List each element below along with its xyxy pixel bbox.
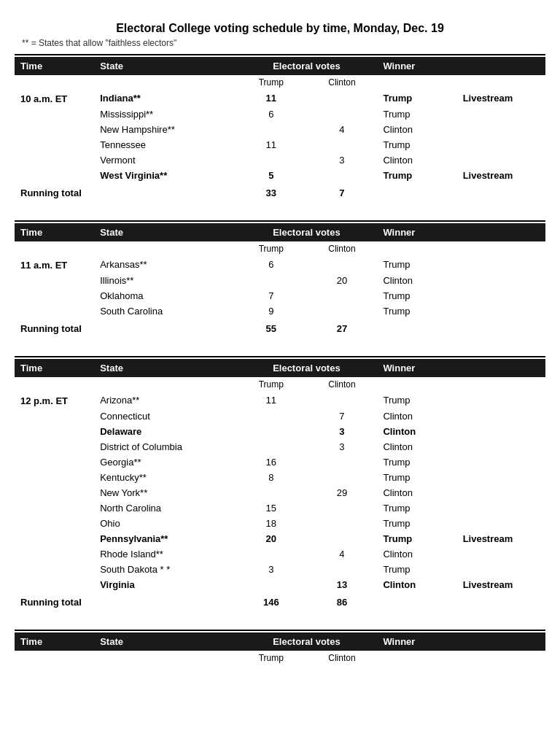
- cell-winner: Trump: [377, 500, 456, 516]
- cell-livestream: [457, 107, 545, 122]
- cell-trump-votes: 7: [236, 288, 306, 303]
- cell-trump-votes: [236, 273, 306, 288]
- cell-clinton-votes: 29: [306, 485, 377, 500]
- cell-clinton-votes: [306, 454, 377, 470]
- cell-livestream: [457, 562, 545, 577]
- cell-state: Connecticut: [94, 409, 236, 424]
- cell-state: South Dakota * *: [94, 562, 236, 577]
- col-header-state: State: [94, 57, 236, 75]
- cell-livestream: [457, 152, 545, 168]
- table-row: Kentucky**8Trump: [15, 470, 545, 485]
- cell-time: [15, 470, 94, 485]
- cell-trump-votes: 15: [236, 500, 306, 516]
- table-header-row: TimeStateElectoral votesWinner: [15, 223, 545, 241]
- cell-livestream: [457, 288, 545, 303]
- table-row: Connecticut7Clinton: [15, 409, 545, 424]
- table-header-row: TimeStateElectoral votesWinner: [15, 359, 545, 377]
- cell-time: [15, 454, 94, 470]
- cell-trump-votes: [236, 122, 306, 137]
- cell-time: [15, 516, 94, 531]
- cell-time: [15, 137, 94, 152]
- col-header-electoral: Electoral votes: [236, 632, 377, 651]
- cell-trump-votes: 11: [236, 90, 306, 107]
- subheader-row: TrumpClinton: [15, 651, 545, 665]
- table-row: Georgia**16Trump: [15, 454, 545, 470]
- cell-state: Illinois**: [94, 273, 236, 288]
- table-row: Mississippi**6Trump: [15, 107, 545, 122]
- table-row: Tennessee11Trump: [15, 137, 545, 152]
- table-row: Virginia13ClintonLivestream: [15, 577, 545, 592]
- cell-winner: Trump: [377, 107, 456, 122]
- section-section-12pm: TimeStateElectoral votesWinnerTrumpClint…: [15, 356, 545, 612]
- col-header-state: State: [94, 223, 236, 241]
- cell-state: Kentucky**: [94, 470, 236, 485]
- cell-time: [15, 577, 94, 592]
- col-header-time: Time: [15, 223, 94, 241]
- cell-time: [15, 485, 94, 500]
- col-header-electoral: Electoral votes: [236, 223, 377, 241]
- cell-trump-votes: 9: [236, 303, 306, 319]
- section-section-10am: TimeStateElectoral votesWinnerTrumpClint…: [15, 54, 545, 203]
- cell-clinton-votes: [306, 531, 377, 546]
- cell-time: [15, 288, 94, 303]
- cell-winner: Trump: [377, 516, 456, 531]
- cell-livestream: Livestream: [457, 577, 545, 592]
- cell-livestream: Livestream: [457, 168, 545, 183]
- cell-livestream: [457, 500, 545, 516]
- page-subtitle: ** = States that allow "faithless electo…: [15, 38, 545, 48]
- cell-trump-votes: 3: [236, 562, 306, 577]
- subheader-row: TrumpClinton: [15, 377, 545, 392]
- cell-livestream: Livestream: [457, 531, 545, 546]
- cell-winner: Clinton: [377, 409, 456, 424]
- subheader-trump: Trump: [236, 651, 306, 665]
- cell-clinton-votes: [306, 256, 377, 273]
- table-row: 10 a.m. ETIndiana**11TrumpLivestream: [15, 90, 545, 107]
- table-row: New Hampshire**4Clinton: [15, 122, 545, 137]
- subheader-clinton: Clinton: [306, 377, 377, 392]
- col-header-extra: [457, 632, 545, 651]
- cell-state: Tennessee: [94, 137, 236, 152]
- cell-time: [15, 409, 94, 424]
- cell-clinton-votes: [306, 500, 377, 516]
- cell-winner: Clinton: [377, 439, 456, 454]
- table-row: Oklahoma7Trump: [15, 288, 545, 303]
- col-header-time: Time: [15, 359, 94, 377]
- cell-livestream: [457, 256, 545, 273]
- cell-trump-votes: 11: [236, 392, 306, 409]
- table-row: Vermont3Clinton: [15, 152, 545, 168]
- running-total-label: Running total: [15, 592, 94, 612]
- cell-trump-votes: [236, 409, 306, 424]
- cell-state: Ohio: [94, 516, 236, 531]
- cell-state: Mississippi**: [94, 107, 236, 122]
- cell-clinton-votes: [306, 107, 377, 122]
- cell-livestream: Livestream: [457, 90, 545, 107]
- cell-winner: Trump: [377, 470, 456, 485]
- col-header-time: Time: [15, 632, 94, 651]
- cell-livestream: [457, 454, 545, 470]
- col-header-winner: Winner: [377, 359, 456, 377]
- cell-trump-votes: [236, 424, 306, 439]
- table-row: 11 a.m. ETArkansas**6Trump: [15, 256, 545, 273]
- col-header-electoral: Electoral votes: [236, 57, 377, 75]
- cell-livestream: [457, 516, 545, 531]
- table-row: South Dakota * *3Trump: [15, 562, 545, 577]
- subheader-trump: Trump: [236, 75, 306, 90]
- cell-trump-votes: 6: [236, 256, 306, 273]
- cell-winner: Clinton: [377, 577, 456, 592]
- cell-livestream: [457, 546, 545, 562]
- cell-clinton-votes: [306, 470, 377, 485]
- cell-winner: Trump: [377, 137, 456, 152]
- cell-state: Virginia: [94, 577, 236, 592]
- cell-livestream: [457, 470, 545, 485]
- cell-state: Delaware: [94, 424, 236, 439]
- cell-winner: Trump: [377, 562, 456, 577]
- col-header-extra: [457, 57, 545, 75]
- running-total-row: Running total337: [15, 183, 545, 203]
- cell-trump-votes: 6: [236, 107, 306, 122]
- table-row: 12 p.m. ETArizona**11Trump: [15, 392, 545, 409]
- subheader-trump: Trump: [236, 241, 306, 256]
- running-total-row: Running total5527: [15, 319, 545, 338]
- cell-time: [15, 152, 94, 168]
- cell-state: Arkansas**: [94, 256, 236, 273]
- cell-clinton-votes: 20: [306, 273, 377, 288]
